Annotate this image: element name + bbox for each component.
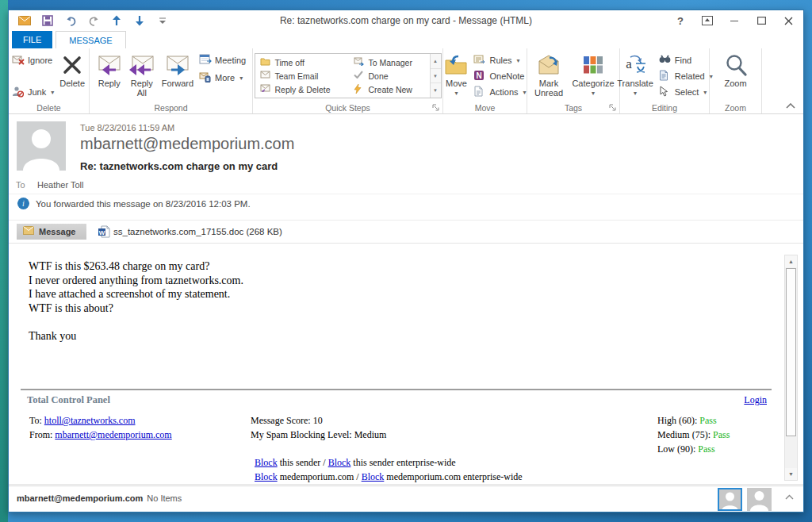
sender-email[interactable]: mbarnett@medemporium.com — [80, 135, 294, 153]
info-icon — [17, 198, 29, 209]
people-pane-avatar-selected[interactable] — [718, 488, 742, 511]
body-line: Thank you — [29, 329, 243, 344]
ribbon-group-respond: Reply Reply All Forward — [90, 48, 253, 113]
status-items: No Items — [147, 493, 182, 503]
close-button[interactable] — [781, 13, 795, 28]
group-label-zoom: Zoom — [710, 103, 761, 113]
quick-step-time-off[interactable]: Time off — [260, 57, 354, 68]
delete-label: Delete — [59, 79, 85, 88]
rules-button[interactable]: Rules — [472, 53, 527, 67]
gallery-more-icon[interactable]: ▼ — [431, 83, 441, 98]
mark-unread-button[interactable]: Mark Unread — [530, 52, 568, 99]
meeting-button[interactable]: Meeting — [197, 53, 247, 67]
select-button[interactable]: Select — [657, 85, 714, 99]
spam-blocking-level: My Spam Blocking Level: Medium — [251, 429, 386, 441]
quick-step-reply-delete[interactable]: Reply & Delete — [260, 84, 354, 95]
related-button[interactable]: Related — [657, 69, 714, 83]
mail-message-icon — [18, 14, 31, 27]
actions-icon — [473, 86, 486, 98]
reply-label: Reply — [98, 79, 121, 88]
people-pane-avatar[interactable] — [747, 488, 772, 511]
threshold-label: High (60): — [657, 415, 699, 426]
delete-button[interactable]: Delete — [57, 52, 87, 90]
threshold-high: High (60): Pass — [657, 415, 717, 427]
block-sender-link[interactable]: Block — [255, 457, 278, 468]
tags-dialog-launcher-icon[interactable] — [609, 104, 617, 112]
block-domain-row: Block medemporium.com / Block medemporiu… — [255, 471, 523, 483]
block-sender-enterprise-link[interactable]: Block — [328, 457, 351, 468]
word-doc-icon: W — [98, 225, 110, 238]
message-tab-button[interactable]: Message — [17, 224, 86, 240]
scrollbar-track[interactable] — [785, 437, 797, 468]
forward-button[interactable]: Forward — [159, 52, 196, 90]
status-account: mbarnett@medemporium.com — [17, 493, 143, 503]
minimize-button[interactable] — [727, 13, 741, 28]
check-icon — [354, 71, 365, 82]
quick-steps-dialog-launcher-icon[interactable] — [432, 104, 440, 112]
more-respond-label: More — [215, 73, 235, 83]
quick-step-create-new[interactable]: Create New — [354, 84, 430, 95]
group-label-delete: Delete — [9, 103, 89, 113]
quick-step-to-manager[interactable]: To Manager — [354, 57, 430, 68]
save-button[interactable] — [41, 14, 54, 27]
scrollbar-down-icon[interactable]: ▼ — [785, 468, 797, 480]
junk-label: Junk — [28, 87, 46, 97]
to-recipient[interactable]: Heather Toll — [37, 180, 84, 190]
to-label: To — [16, 180, 25, 190]
collapse-ribbon-chevron-icon[interactable] — [786, 103, 795, 109]
tab-message[interactable]: MESSAGE — [56, 31, 125, 48]
scrollbar-up-icon[interactable]: ▲ — [785, 255, 797, 267]
previous-item-button[interactable] — [110, 14, 123, 27]
attachment-item[interactable]: W ss_taznetworks.com_17155.doc (268 KB) — [98, 225, 282, 238]
help-button[interactable]: ? — [673, 13, 688, 28]
ignore-button[interactable]: Ignore — [10, 53, 56, 67]
to-address-link[interactable]: htoll@taznetworks.com — [44, 415, 136, 426]
attachment-bar: Message W ss_taznetworks.com_17155.doc (… — [9, 220, 803, 243]
find-button[interactable]: Find — [657, 53, 714, 67]
rules-icon — [473, 54, 486, 67]
reply-button[interactable]: Reply — [94, 52, 124, 90]
quick-step-team-email[interactable]: Team Email — [260, 71, 354, 82]
reply-all-button[interactable]: Reply All — [126, 52, 158, 99]
zoom-magnifier-icon — [725, 53, 747, 77]
undo-button[interactable] — [64, 14, 77, 27]
desktop-teal-strip — [0, 0, 8, 522]
actions-button[interactable]: Actions — [472, 85, 527, 99]
ribbon-display-options-button[interactable] — [700, 13, 714, 28]
customize-qat-icon[interactable] — [156, 14, 169, 27]
sender-avatar[interactable] — [17, 121, 66, 171]
onenote-button[interactable]: N OneNote — [472, 69, 527, 83]
quick-step-label: Create New — [369, 85, 412, 94]
scroll-down-icon[interactable]: ▼ — [431, 69, 441, 84]
forward-envelope-icon — [165, 53, 190, 77]
quick-step-label: Done — [369, 71, 389, 81]
block-domain-enterprise-link[interactable]: Block — [362, 471, 385, 482]
people-pane-expand-chevron-icon[interactable] — [785, 494, 794, 500]
scrollbar-thumb[interactable] — [786, 268, 796, 436]
ribbon-spacer — [762, 48, 803, 113]
translate-button[interactable]: a Translate — [615, 52, 655, 100]
group-label-tags: Tags — [527, 103, 619, 113]
scroll-up-icon[interactable]: ▲ — [431, 54, 441, 69]
redo-button[interactable] — [87, 14, 100, 27]
block-domain-link[interactable]: Block — [255, 471, 278, 482]
maximize-button[interactable] — [754, 13, 768, 28]
from-address-link[interactable]: mbarnett@medemporium.com — [55, 429, 171, 440]
body-scrollbar[interactable]: ▲ ▼ — [784, 255, 798, 481]
junk-button[interactable]: Junk — [10, 85, 56, 99]
next-item-button[interactable] — [133, 14, 146, 27]
threshold-pass-value: Pass — [713, 429, 730, 440]
threshold-low: Low (90): Pass — [657, 443, 715, 455]
tab-file[interactable]: FILE — [12, 31, 52, 48]
login-link[interactable]: Login — [744, 394, 767, 406]
move-button[interactable]: Move — [442, 52, 470, 100]
quick-step-done[interactable]: Done — [354, 71, 430, 82]
categorize-button[interactable]: Categorize — [569, 52, 617, 100]
meeting-icon — [199, 54, 212, 67]
zoom-button[interactable]: Zoom — [722, 52, 749, 90]
mark-unread-label: Mark Unread — [532, 79, 565, 98]
more-respond-button[interactable]: More — [197, 71, 247, 85]
status-text: mbarnett@medemporium.comNo Items — [17, 493, 182, 503]
quick-steps-scrollbar[interactable]: ▲ ▼ ▼ — [430, 54, 441, 98]
zoom-label: Zoom — [724, 79, 746, 88]
